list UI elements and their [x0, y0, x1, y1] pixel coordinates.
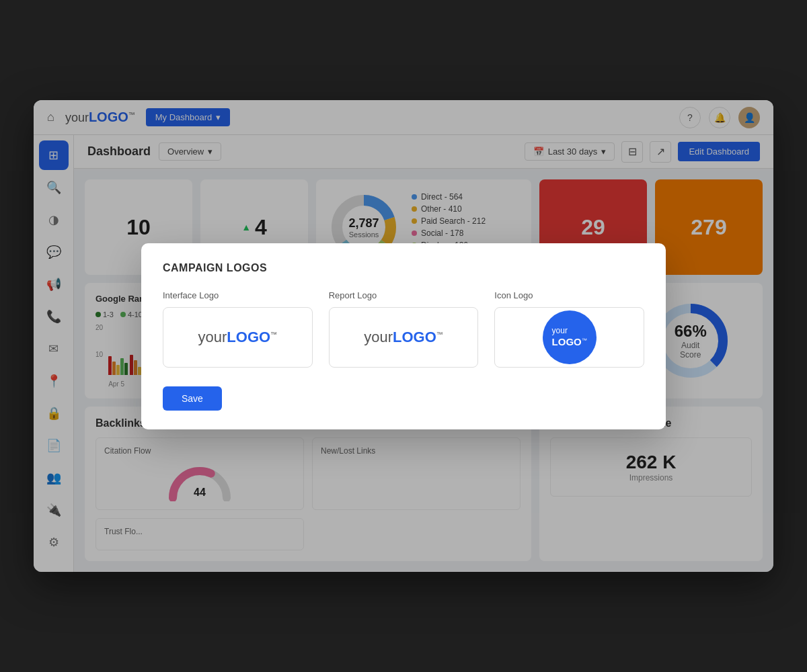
interface-logo-section: Interface Logo yourLOGO™ — [163, 290, 313, 368]
report-logo-box: yourLOGO™ — [329, 307, 479, 368]
interface-logo-box: yourLOGO™ — [163, 307, 313, 368]
report-logo-label: Report Logo — [329, 290, 479, 300]
icon-logo-section: Icon Logo your LOGO™ — [494, 290, 644, 368]
campaign-logos-modal: CAMPAIGN LOGOS Interface Logo yourLOGO™ … — [141, 243, 666, 429]
interface-logo-label: Interface Logo — [163, 290, 313, 300]
icon-logo-label: Icon Logo — [494, 290, 644, 300]
modal-title: CAMPAIGN LOGOS — [163, 262, 644, 274]
modal-overlay[interactable]: CAMPAIGN LOGOS Interface Logo yourLOGO™ … — [0, 0, 807, 672]
save-button[interactable]: Save — [163, 386, 222, 411]
report-logo-section: Report Logo yourLOGO™ — [329, 290, 479, 368]
icon-logo-box: your LOGO™ — [494, 307, 644, 368]
icon-logo-circle: your LOGO™ — [543, 310, 597, 364]
